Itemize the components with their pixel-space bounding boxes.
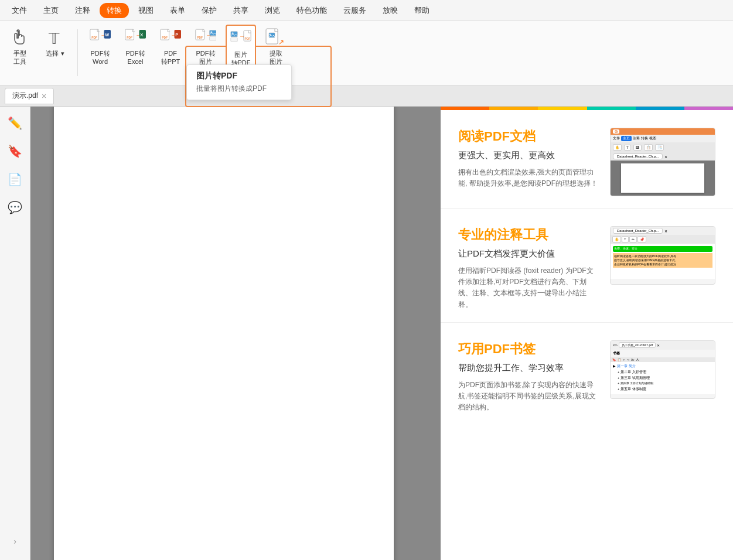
svg-rect-22 <box>231 32 237 37</box>
sidebar-bookmark-icon[interactable]: 🔖 <box>4 141 26 162</box>
right-panel: 阅读PDF文档 更强大、更实用、更高效 拥有出色的文档渲染效果,强大的页面管理功… <box>441 107 733 560</box>
select-tool-button[interactable]: 𝕋 选择 ▾ <box>40 25 70 60</box>
menu-convert[interactable]: 转换 <box>100 3 129 18</box>
menu-present[interactable]: 放映 <box>376 3 405 18</box>
svg-rect-20 <box>210 36 216 40</box>
sidebar-collapse-arrow[interactable]: › <box>11 534 19 548</box>
hand-tool-button[interactable]: 手型工具 <box>5 25 35 69</box>
feature-bookmark-subtitle: 帮助您提升工作、学习效率 <box>458 363 598 374</box>
color-bar-orange <box>441 107 489 110</box>
feature-annotate-screenshot: Datasheet_Reader_Ch.p... ✕ ✋ T ✏ 📌 免费、快速… <box>610 226 715 285</box>
hand-icon <box>9 27 30 48</box>
feature-read-text: 阅读PDF文档 更强大、更实用、更高效 拥有出色的文档渲染效果,强大的页面管理功… <box>458 128 598 189</box>
svg-text:PDF: PDF <box>197 36 203 39</box>
feature-annotate-desc: 使用福昕PDF阅读器 (foxit reader) 为PDF文件添加注释,可对P… <box>458 265 598 310</box>
color-bar-purple <box>684 107 733 110</box>
pdf-to-image-button[interactable]: PDF → PDF转图片 <box>190 25 221 69</box>
menu-browse[interactable]: 浏览 <box>258 3 287 18</box>
tab-filename: 演示.pdf <box>12 91 38 101</box>
menu-form[interactable]: 表单 <box>163 3 192 18</box>
svg-rect-23 <box>231 37 237 42</box>
svg-text:PDF: PDF <box>91 36 97 39</box>
tooltip-desc: 批量将图片转换成PDF <box>196 84 282 94</box>
pdf-to-ppt-button[interactable]: PDF → P PDF转PPT <box>155 25 186 69</box>
pdf-page <box>54 107 394 560</box>
extract-image-label: 提取图片 <box>270 49 282 66</box>
svg-text:PDF: PDF <box>245 37 251 40</box>
feature-bookmark-title: 巧用PDF书签 <box>458 340 598 358</box>
feature-annotate-pdf: 专业的注释工具 让PDF文档发挥更大价值 使用福昕PDF阅读器 (foxit r… <box>441 209 733 323</box>
feature-bookmark-screenshot: ✏ 员工手册_20120917.pdf ✕ 书签 🔖📋↩↪A+A- ▶ 第一章 … <box>610 340 715 399</box>
feature-annotate-subtitle: 让PDF文档发挥更大价值 <box>458 248 598 259</box>
menu-bar: 文件 主页 注释 转换 视图 表单 保护 共享 浏览 特色功能 云服务 放映 帮… <box>0 0 733 21</box>
cursor-icon: 𝕋 <box>45 27 66 48</box>
sidebar-comment-icon[interactable]: 💬 <box>4 197 26 218</box>
svg-text:↗: ↗ <box>278 38 284 46</box>
svg-text:𝕋: 𝕋 <box>48 30 60 46</box>
pdf-to-excel-button[interactable]: PDF → X PDF转Excel <box>120 25 151 69</box>
pdf-word-icon: PDF → W <box>90 27 111 48</box>
color-bar-teal <box>587 107 636 110</box>
image-to-pdf-button[interactable]: → PDF 图片转PDF <box>226 25 256 71</box>
pdf-tab[interactable]: 演示.pdf × <box>5 88 54 104</box>
menu-cloud[interactable]: 云服务 <box>336 3 373 18</box>
svg-text:W: W <box>105 32 109 37</box>
svg-rect-19 <box>210 30 216 36</box>
sidebar-pages-icon[interactable]: 📄 <box>4 169 26 190</box>
pdf-to-word-label: PDF转Word <box>91 49 110 66</box>
menu-help[interactable]: 帮助 <box>407 3 437 18</box>
color-bar-yellow <box>538 107 587 110</box>
hand-tool-label: 手型工具 <box>13 49 26 66</box>
svg-text:P: P <box>175 32 178 37</box>
toolbar: 手型工具 𝕋 选择 ▾ PDF → W PDF转Word <box>0 21 733 86</box>
pdf-to-word-button[interactable]: PDF → W PDF转Word <box>85 25 115 69</box>
pdf-image-icon: PDF → <box>195 27 216 48</box>
sidebar-edit-icon[interactable]: ✏️ <box>4 112 26 134</box>
menu-annotate[interactable]: 注释 <box>68 3 97 18</box>
left-sidebar: ✏️ 🔖 📄 💬 › <box>0 107 30 560</box>
tooltip-title: 图片转PDF <box>196 71 282 81</box>
extract-image-button[interactable]: ↗ 提取图片 <box>261 25 291 69</box>
extract-icon: ↗ <box>265 27 287 48</box>
separator-1 <box>77 29 78 76</box>
menu-share[interactable]: 共享 <box>226 3 255 18</box>
pdf-to-ppt-label: PDF转PPT <box>161 49 180 66</box>
tab-close-button[interactable]: × <box>42 91 46 101</box>
feature-read-screenshot: G 文件 主页 注释 转换 视图 ✋ T 🖼 📋 📑 Datash <box>610 128 715 196</box>
feature-bookmark-pdf: 巧用PDF书签 帮助您提升工作、学习效率 为PDF页面添加书签,除了实现内容的快… <box>441 323 733 425</box>
feature-annotate-text: 专业的注释工具 让PDF文档发挥更大价值 使用福昕PDF阅读器 (foxit r… <box>458 226 598 310</box>
color-bar-blue <box>636 107 684 110</box>
menu-features[interactable]: 特色功能 <box>289 3 334 18</box>
pdf-to-excel-label: PDF转Excel <box>126 49 145 66</box>
color-bar <box>441 107 733 110</box>
feature-bookmark-text: 巧用PDF书签 帮助您提升工作、学习效率 为PDF页面添加书签,除了实现内容的快… <box>458 340 598 414</box>
pdf-to-image-label: PDF转图片 <box>196 49 216 66</box>
menu-protect[interactable]: 保护 <box>195 3 224 18</box>
menu-home[interactable]: 主页 <box>36 3 66 18</box>
menu-file[interactable]: 文件 <box>5 3 34 18</box>
color-bar-amber <box>489 107 538 110</box>
feature-bookmark-desc: 为PDF页面添加书签,除了实现内容的快速导航,书签还能指明不同书签的层级关系,展… <box>458 380 598 414</box>
feature-read-desc: 拥有出色的文档渲染效果,强大的页面管理功能, 帮助提升效率,是您阅读PDF的理想… <box>458 167 598 189</box>
feature-read-title: 阅读PDF文档 <box>458 128 598 145</box>
svg-text:PDF: PDF <box>127 36 132 39</box>
tooltip: 图片转PDF 批量将图片转换成PDF <box>186 64 292 100</box>
main-area: 阅读PDF文档 更强大、更实用、更高效 拥有出色的文档渲染效果,强大的页面管理功… <box>30 107 733 560</box>
pdf-excel-icon: PDF → X <box>125 27 146 48</box>
svg-text:PDF: PDF <box>162 36 168 39</box>
image-pdf-icon: → PDF <box>230 28 251 49</box>
feature-annotate-title: 专业的注释工具 <box>458 226 598 244</box>
svg-text:X: X <box>140 32 143 37</box>
feature-read-subtitle: 更强大、更实用、更高效 <box>458 150 598 161</box>
feature-read-pdf: 阅读PDF文档 更强大、更实用、更高效 拥有出色的文档渲染效果,强大的页面管理功… <box>441 110 733 209</box>
menu-view[interactable]: 视图 <box>131 3 161 18</box>
tab-bar: 演示.pdf × <box>0 86 733 107</box>
pdf-page-area <box>30 107 417 560</box>
pdf-ppt-icon: PDF → P <box>160 27 181 48</box>
select-tool-label: 选择 ▾ <box>46 49 64 57</box>
